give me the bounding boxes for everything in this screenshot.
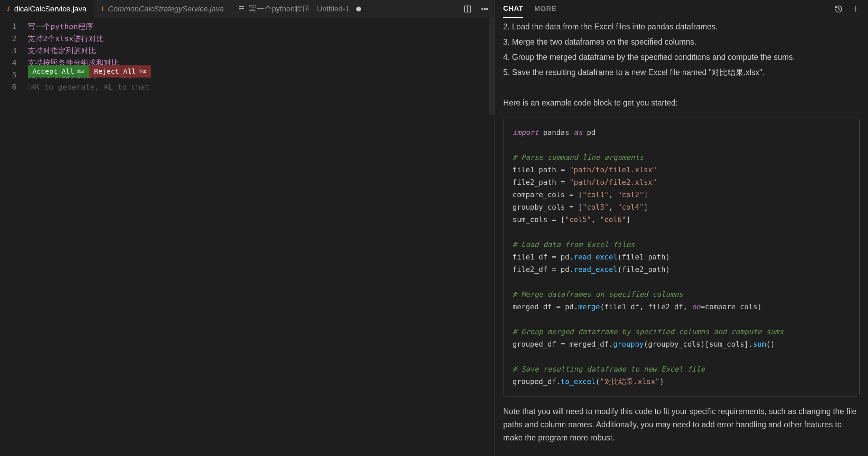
unsaved-dot-icon (356, 7, 361, 11)
tab-filename: CommonCalcStrategyService.java (108, 4, 224, 13)
code-block[interactable]: import pandas as pd # Parse command line… (503, 118, 860, 396)
more-actions-icon[interactable] (480, 4, 490, 14)
chat-pane: CHAT MORE 2. Load the data from the Exce… (495, 0, 868, 456)
inline-suggestion-bar: Accept All ⌘⏎ Reject All ⌘⌫ (28, 65, 151, 77)
history-icon[interactable] (834, 4, 843, 13)
chat-tab[interactable]: CHAT (503, 0, 523, 18)
editor-pane: J dicalCalcService.java J CommonCalcStra… (0, 0, 495, 456)
line-gutter: 123456 (0, 18, 28, 456)
reject-all-button[interactable]: Reject All ⌘⌫ (89, 65, 151, 77)
file-tab-2[interactable]: J CommonCalcStrategyService.java (94, 0, 231, 18)
minimap[interactable] (489, 18, 495, 115)
tab-filename: dicalCalcService.java (14, 4, 86, 13)
chat-body[interactable]: 2. Load the data from the Excel files in… (495, 18, 868, 456)
msg-line: 4. Group the merged dataframe by the spe… (503, 51, 860, 64)
msg-line: 2. Load the data from the Excel files in… (503, 20, 860, 33)
chat-header: CHAT MORE (495, 0, 868, 18)
java-file-icon: J (7, 6, 10, 13)
msg-note: Note that you will need to modify this c… (503, 405, 860, 444)
svg-point-7 (487, 8, 488, 10)
svg-point-6 (484, 8, 486, 10)
code-line: 写一个python程序 (28, 20, 495, 33)
tab-bar: J dicalCalcService.java J CommonCalcStra… (0, 0, 495, 18)
code-line: 支持2个xlsx进行对比 (28, 33, 495, 45)
file-tab-1[interactable]: J dicalCalcService.java (0, 0, 94, 18)
tab-untitled: Untitled-1 (317, 4, 349, 13)
msg-intro: Here is an example code block to get you… (503, 96, 860, 109)
split-editor-icon[interactable] (463, 4, 472, 14)
text-file-icon (238, 5, 245, 13)
accept-shortcut: ⌘⏎ (77, 65, 84, 77)
file-tab-3[interactable]: 写一个python程序 Untitled-1 (231, 0, 368, 18)
chat-header-actions (834, 4, 860, 13)
code-editor[interactable]: 123456 Accept All ⌘⏎ Reject All ⌘⌫ 写一个py… (0, 18, 495, 456)
reject-label: Reject All (94, 65, 136, 77)
accept-label: Accept All (33, 65, 74, 77)
reject-shortcut: ⌘⌫ (139, 65, 146, 77)
more-tab[interactable]: MORE (534, 5, 556, 13)
new-chat-icon[interactable] (851, 4, 860, 13)
msg-line: 5. Save the resulting dataframe to a new… (503, 66, 860, 79)
accept-all-button[interactable]: Accept All ⌘⏎ (28, 65, 89, 77)
tab-actions (458, 0, 495, 18)
assistant-message: 2. Load the data from the Excel files in… (503, 20, 860, 444)
msg-line: 3. Merge the two dataframes on the speci… (503, 35, 860, 48)
code-line: 支持对指定列的对比 (28, 45, 495, 57)
tab-filename: 写一个python程序 (249, 4, 310, 14)
code-body[interactable]: Accept All ⌘⏎ Reject All ⌘⌫ 写一个python程序 … (28, 18, 495, 456)
ai-hint: ⌘K to generate, ⌘L to chat (28, 81, 495, 93)
svg-point-5 (482, 8, 483, 10)
java-file-icon: J (101, 6, 104, 13)
